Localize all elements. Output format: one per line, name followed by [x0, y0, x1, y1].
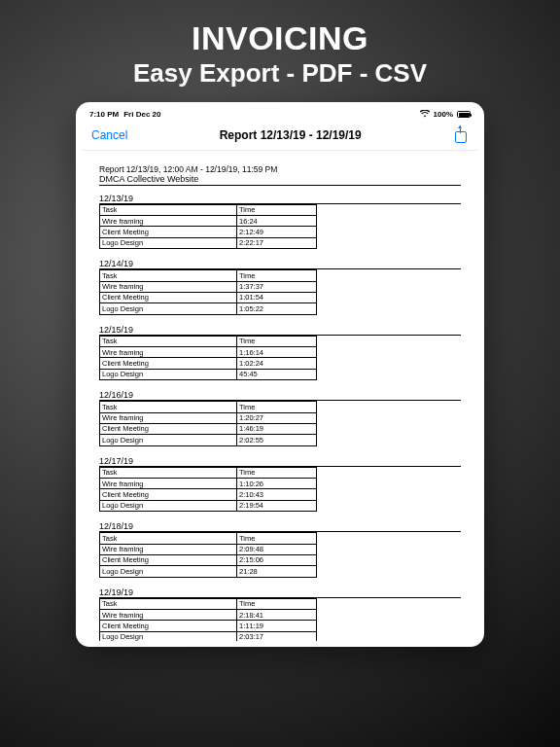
task-table: TaskTimeWire framing1:20:27Client Meetin…	[99, 401, 461, 446]
nav-bar: Cancel Report 12/13/19 - 12/19/19	[82, 122, 478, 151]
table-row: Logo Design45:45	[100, 369, 461, 379]
day-date: 12/13/19	[99, 194, 461, 204]
day-block: 12/17/19TaskTimeWire framing1:10:26Clien…	[99, 456, 461, 513]
table-row: Logo Design2:22:17	[100, 237, 461, 248]
task-name: Wire framing	[100, 216, 237, 227]
task-time: 45:45	[236, 369, 316, 379]
day-list: 12/13/19TaskTimeWire framing16:24Client …	[99, 194, 461, 641]
task-time: 2:15:06	[236, 554, 316, 565]
col-header-time: Time	[236, 467, 316, 478]
task-time: 1:37:37	[236, 281, 316, 292]
task-table: TaskTimeWire framing1:16:14Client Meetin…	[99, 336, 461, 381]
page-title: Report 12/13/19 - 12/19/19	[127, 128, 453, 142]
report-project: DMCA Collective Website	[99, 174, 461, 186]
task-table: TaskTimeWire framing2:09:48Client Meetin…	[99, 532, 461, 578]
table-row: Client Meeting1:46:19	[100, 423, 461, 434]
task-time: 2:12:49	[236, 227, 316, 237]
day-date: 12/15/19	[99, 325, 461, 336]
status-time: 7:10 PM	[89, 110, 119, 119]
task-name: Client Meeting	[100, 358, 237, 369]
day-block: 12/15/19TaskTimeWire framing1:16:14Clien…	[99, 325, 461, 381]
table-row: Client Meeting1:02:24	[100, 358, 461, 369]
task-table: TaskTimeWire framing1:37:37Client Meetin…	[99, 269, 461, 315]
table-row: Wire framing1:37:37	[100, 281, 461, 292]
table-row: Wire framing16:24	[100, 216, 461, 227]
table-row: Logo Design2:19:54	[100, 500, 461, 511]
day-date: 12/16/19	[99, 390, 461, 401]
table-row: Client Meeting2:15:06	[100, 554, 461, 565]
task-time: 2:03:17	[236, 631, 316, 640]
table-row: Wire framing2:09:48	[100, 544, 461, 554]
task-time: 1:01:54	[236, 292, 316, 302]
table-row: Wire framing1:20:27	[100, 412, 461, 423]
task-name: Wire framing	[100, 347, 237, 358]
battery-percent: 100%	[434, 110, 453, 119]
col-header-time: Time	[236, 533, 316, 544]
table-row: Logo Design2:02:55	[100, 435, 461, 445]
share-button[interactable]	[453, 127, 469, 143]
col-header-time: Time	[236, 270, 316, 281]
table-row: Wire framing2:18:41	[100, 610, 461, 621]
task-table: TaskTimeWire framing16:24Client Meeting2…	[99, 204, 461, 250]
day-block: 12/19/19TaskTimeWire framing2:18:41Clien…	[99, 587, 461, 641]
task-name: Logo Design	[100, 435, 237, 445]
task-time: 2:22:17	[236, 237, 316, 248]
task-name: Wire framing	[100, 281, 237, 292]
status-bar: 7:10 PM Fri Dec 20 100%	[82, 108, 478, 122]
task-time: 21:28	[236, 566, 316, 577]
day-date: 12/17/19	[99, 456, 461, 467]
table-row: Logo Design2:03:17	[100, 631, 461, 640]
col-header-time: Time	[236, 598, 316, 609]
task-name: Client Meeting	[100, 554, 237, 565]
col-header-task: Task	[100, 402, 237, 412]
task-name: Client Meeting	[100, 227, 237, 237]
task-name: Client Meeting	[100, 423, 237, 434]
marketing-hero: INVOICING Easy Export - PDF - CSV	[133, 21, 427, 89]
battery-icon	[457, 111, 471, 118]
task-time: 2:19:54	[236, 500, 316, 511]
task-time: 2:18:41	[236, 610, 316, 621]
task-name: Wire framing	[100, 610, 237, 621]
task-time: 1:46:19	[236, 423, 316, 434]
task-name: Wire framing	[100, 479, 237, 489]
cancel-button[interactable]: Cancel	[91, 128, 127, 142]
day-block: 12/13/19TaskTimeWire framing16:24Client …	[99, 194, 461, 250]
screen: 7:10 PM Fri Dec 20 100% Cancel Report 12…	[82, 108, 478, 641]
task-time: 2:09:48	[236, 544, 316, 554]
task-time: 1:02:24	[236, 358, 316, 369]
task-time: 1:16:14	[236, 347, 316, 358]
hero-title: INVOICING	[133, 21, 427, 56]
col-header-task: Task	[100, 336, 237, 346]
task-time: 1:20:27	[236, 412, 316, 423]
task-time: 1:05:22	[236, 303, 316, 314]
task-name: Logo Design	[100, 369, 237, 379]
status-date: Fri Dec 20	[123, 110, 160, 119]
task-time: 1:10:26	[236, 479, 316, 489]
table-row: Client Meeting2:10:43	[100, 489, 461, 500]
table-row: Client Meeting1:11:19	[100, 621, 461, 631]
report-document: Report 12/13/19, 12:00 AM - 12/19/19, 11…	[82, 151, 478, 641]
hero-subtitle: Easy Export - PDF - CSV	[133, 58, 427, 89]
tablet-frame: 7:10 PM Fri Dec 20 100% Cancel Report 12…	[76, 102, 484, 647]
table-row: Client Meeting2:12:49	[100, 227, 461, 237]
task-time: 1:11:19	[236, 621, 316, 631]
col-header-task: Task	[100, 533, 237, 544]
col-header-task: Task	[100, 204, 237, 215]
task-table: TaskTimeWire framing1:10:26Client Meetin…	[99, 467, 461, 513]
col-header-task: Task	[100, 467, 237, 478]
task-name: Client Meeting	[100, 621, 237, 631]
task-time: 2:02:55	[236, 435, 316, 445]
day-block: 12/18/19TaskTimeWire framing2:09:48Clien…	[99, 521, 461, 578]
task-name: Wire framing	[100, 544, 237, 554]
day-date: 12/18/19	[99, 521, 461, 532]
task-time: 16:24	[236, 216, 316, 227]
task-name: Logo Design	[100, 237, 237, 248]
col-header-time: Time	[236, 204, 316, 215]
task-name: Logo Design	[100, 500, 237, 511]
table-row: Wire framing1:16:14	[100, 347, 461, 358]
table-row: Client Meeting1:01:54	[100, 292, 461, 302]
col-header-time: Time	[236, 336, 316, 346]
day-date: 12/14/19	[99, 259, 461, 269]
report-range: Report 12/13/19, 12:00 AM - 12/19/19, 11…	[99, 164, 461, 174]
task-name: Client Meeting	[100, 489, 237, 500]
